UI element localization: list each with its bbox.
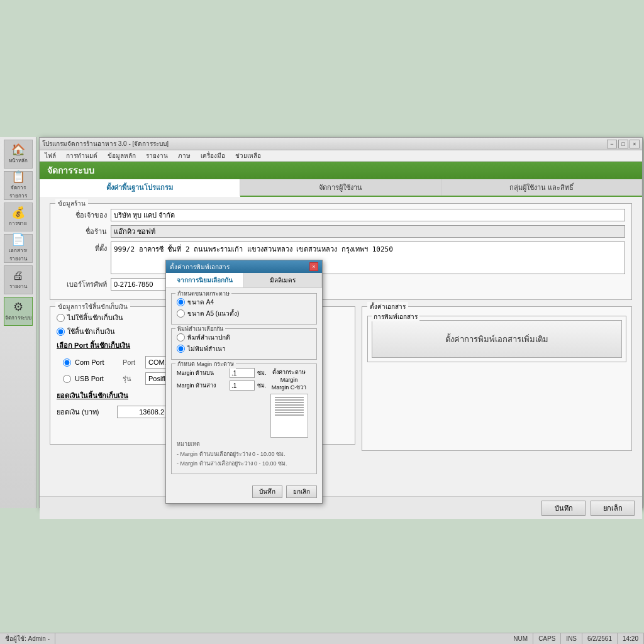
status-ins: INS <box>561 633 582 644</box>
thermal-print-row: ไม่พิมพ์สำเนา <box>177 344 311 353</box>
com-port-radio[interactable] <box>63 358 71 367</box>
store-row: ชื่อร้าน <box>57 225 625 238</box>
amount-input[interactable] <box>117 406 167 418</box>
thermal-print-label: ไม่พิมพ์สำเนา <box>187 344 226 353</box>
tabs-bar: ตั้งค่าพื้นฐานโปรแกรม จัดการผู้ใช้งาน กล… <box>40 179 642 197</box>
sidebar-item-system[interactable]: ⚙ จัดการระบบ <box>4 297 33 326</box>
doc-icon: 📄 <box>11 234 25 245</box>
port-label: Port <box>123 358 142 366</box>
menu-store[interactable]: การทำนยต์ <box>64 150 100 161</box>
home-icon: 🏠 <box>11 144 25 155</box>
status-user: ชื่อผู้ใช้: Admin - <box>0 633 55 644</box>
menu-report[interactable]: รายงาน <box>143 150 170 161</box>
a5-label: ขนาด A5 (แนวตั้ง) <box>187 309 239 318</box>
modal-cancel-button[interactable]: ยกเลิก <box>286 486 317 498</box>
store-input[interactable] <box>111 225 625 238</box>
modal-buttons: บันทึก ยกเลิก <box>166 483 322 503</box>
modal-tab-mm[interactable]: มิลลิเมตร <box>244 273 322 287</box>
modal-close-button[interactable]: × <box>309 262 318 271</box>
sidebar-label-reports: รายงาน <box>9 282 27 291</box>
thermal-print-radio[interactable] <box>177 345 185 353</box>
paper-size-title: กำหนดขนาดกระดาษ <box>175 289 231 298</box>
margin-title: กำหนด Magin กระดาษ <box>175 360 236 369</box>
section-header: จัดการระบบ <box>40 162 642 179</box>
menu-data[interactable]: ข้อมูลหลัก <box>105 150 138 161</box>
normal-print-radio[interactable] <box>177 333 185 341</box>
top-margin-row: Margin ด้านบน ซม. <box>177 368 267 378</box>
modal-body: กำหนดขนาดกระดาษ ขนาด A4 ขนาด A5 (แนวตั้ง… <box>166 288 322 483</box>
preview-line-8 <box>275 414 304 416</box>
cancel-button[interactable]: ยกเล็ก <box>591 501 635 516</box>
restore-button[interactable]: □ <box>618 140 628 148</box>
note-line2: - Margin ด้านล่างเลือกอยู่ระว่าง 0 - 10.… <box>177 460 311 468</box>
menubar: ไฟล์ การทำนยต์ ข้อมูลหลัก รายงาน ภาษ เคร… <box>40 150 642 162</box>
margin-right-section: ตั้งค่ากระดาษ Margin Margin C-ขวา <box>270 368 308 438</box>
sidebar-item-home[interactable]: 🏠 หน้าหลัก <box>4 140 33 169</box>
money-icon: 💰 <box>11 207 25 218</box>
bottom-margin-unit: ซม. <box>257 381 267 390</box>
menu-tools[interactable]: เครื่องมือ <box>198 150 228 161</box>
no-drawer-label: ไม่ใช้ลิ้นชักเก็บเงิน <box>67 312 123 323</box>
normal-print-row: พิมพ์สำเนาปกติ <box>177 333 311 342</box>
sidebar-label-docs: เอกสาร/รายงาน <box>4 247 32 263</box>
store-group-title: ข้อมูลร้าน <box>55 199 88 208</box>
normal-print-label: พิมพ์สำเนาปกติ <box>187 333 230 342</box>
sidebar-item-reports[interactable]: 🖨 รายงาน <box>4 265 33 294</box>
bottom-margin-input[interactable] <box>230 380 255 391</box>
phone-row: เบอร์โทรศัพท์ <box>57 278 625 291</box>
add-print-settings-button[interactable]: ตั้งค่าการพิมพ์เอกสารเพิ่มเติม <box>372 320 622 358</box>
statusbar: ชื่อผู้ใช้: Admin - NUM CAPS INS 6/2/256… <box>0 633 644 644</box>
margin-right-label: Margin C-ขวา <box>272 384 307 391</box>
tab-user-management[interactable]: จัดการผู้ใช้งาน <box>240 179 441 196</box>
note-title: หมายเหต <box>177 440 311 448</box>
minimize-button[interactable]: − <box>607 140 617 148</box>
top-margin-input[interactable] <box>230 368 255 378</box>
no-drawer-radio[interactable] <box>57 314 65 322</box>
modal-tab-common[interactable]: จากการนิยมเลือกกัน <box>166 273 244 287</box>
a4-label: ขนาด A4 <box>187 297 214 307</box>
close-button[interactable]: × <box>630 140 640 148</box>
use-drawer-radio[interactable] <box>57 328 65 336</box>
window-controls: − □ × <box>607 140 640 148</box>
save-button[interactable]: บันทึก <box>541 501 586 516</box>
a5-radio[interactable] <box>177 309 185 318</box>
sidebar: 🏠 หน้าหลัก 📋 จัดการรายการ 💰 การขาย 📄 เอก… <box>0 137 36 508</box>
address-label: ที่ตั้ง <box>57 243 107 254</box>
paper-size-group: กำหนดขนาดกระดาษ ขนาด A4 ขนาด A5 (แนวตั้ง… <box>171 293 317 325</box>
status-caps: CAPS <box>533 633 561 644</box>
margin-note: หมายเหต - Margin ด้านบนเลือกอยู่ระว่าง 0… <box>177 440 311 468</box>
status-num: NUM <box>508 633 533 644</box>
usb-port-radio[interactable] <box>63 375 71 383</box>
menu-file[interactable]: ไฟล์ <box>42 150 58 161</box>
a4-row: ขนาด A4 <box>177 297 311 307</box>
page-preview <box>270 394 308 438</box>
margin-label: Margin <box>280 377 298 383</box>
tab-basic-settings[interactable]: ตั้งค่าพื้นฐานโปรแกรม <box>40 179 240 197</box>
preview-line-7 <box>275 412 304 413</box>
preview-line-3 <box>275 402 304 403</box>
status-time: 14:20 <box>618 633 644 644</box>
main-content: ข้อมูลร้าน ชื่อเจ้าของ ชื่อร้าน ที่ตั้ง … <box>40 197 642 519</box>
a4-radio[interactable] <box>177 298 185 306</box>
modal-save-button[interactable]: บันทึก <box>252 486 282 498</box>
top-margin-label: Margin ด้านบน <box>177 369 227 377</box>
sidebar-item-sales[interactable]: 💰 การขาย <box>4 203 33 231</box>
sidebar-item-manage[interactable]: 📋 จัดการรายการ <box>4 171 33 200</box>
model-label: รุ่น <box>123 373 142 384</box>
sidebar-label-manage: จัดการรายการ <box>4 184 32 200</box>
address-row: ที่ตั้ง 999/2 อาคารซี ชั้นที่ 2 ถนนพระรา… <box>57 242 625 274</box>
menu-help[interactable]: ช่วยเหลือ <box>233 150 264 161</box>
preview-line-5 <box>275 407 304 408</box>
modal-tabs: จากการนิยมเลือกกัน มิลลิเมตร <box>166 273 322 288</box>
tab-user-groups[interactable]: กลุ่มผู้ใช้งาน และสิทธิ์ <box>441 179 642 196</box>
bottom-margin-label: Margin ด้านล่าง <box>177 381 227 390</box>
printer-type-title: พิมพ์สำเนาเลือกกัน <box>175 325 225 333</box>
modal-titlebar: ตั้งค่าการพิมพ์เอกสาร × <box>166 260 322 273</box>
owner-input[interactable] <box>111 209 625 221</box>
sidebar-item-docs[interactable]: 📄 เอกสาร/รายงาน <box>4 234 33 263</box>
bottom-action-bar: บันทึก ยกเล็ก <box>40 496 642 519</box>
preview-line-2 <box>275 399 304 401</box>
a5-row: ขนาด A5 (แนวตั้ง) <box>177 309 311 318</box>
main-window: โปรแกรมจัดการร้านอาหาร 3.0 - [จัดการระบบ… <box>39 137 643 508</box>
menu-lang[interactable]: ภาษ <box>175 150 193 161</box>
